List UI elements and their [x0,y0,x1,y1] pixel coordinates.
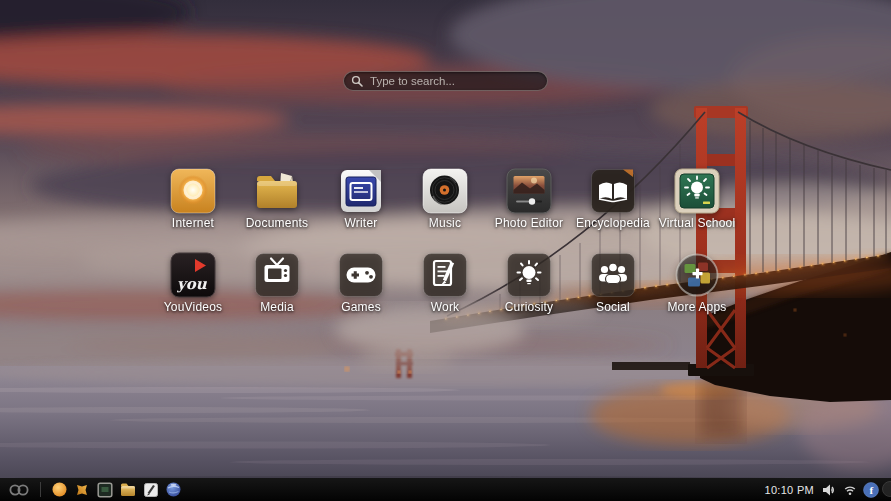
youvideos-play-icon: you [170,252,216,298]
app-curiosity[interactable]: Curiosity [487,252,571,314]
wifi-icon[interactable] [844,482,856,498]
app-documents[interactable]: Documents [235,168,319,230]
app-label: Internet [172,216,214,230]
app-label: Social [596,300,630,314]
app-writer[interactable]: Writer [319,168,403,230]
app-label: More Apps [667,300,726,314]
work-document-pencil-icon [422,252,468,298]
search-input[interactable] [343,71,548,91]
app-grid-row-2: you YouVideos Media [151,252,739,314]
app-encyclopedia[interactable]: Encyclopedia [571,168,655,230]
taskbar-right: 10:10 PM f [765,482,891,498]
app-internet[interactable]: Internet [151,168,235,230]
cropped-tray-icon [882,481,891,497]
app-media[interactable]: Media [235,252,319,314]
app-social[interactable]: Social [571,252,655,314]
taskbar-separator [40,482,41,497]
endless-logo-icon[interactable] [8,482,30,498]
app-label: Work [431,300,460,314]
app-label: Music [429,216,461,230]
app-label: Photo Editor [495,216,563,230]
folder-icon[interactable] [120,482,136,498]
internet-orb-icon [170,168,216,214]
clock: 10:10 PM [765,484,814,496]
app-photo-editor[interactable]: Photo Editor [487,168,571,230]
games-gamepad-icon [338,252,384,298]
app-virtual-school[interactable]: Virtual School [655,168,739,230]
virtual-school-lightbulb-icon [674,168,720,214]
app-label: YouVideos [164,300,223,314]
app-work[interactable]: Work [403,252,487,314]
volume-icon[interactable] [821,482,837,498]
app-games[interactable]: Games [319,252,403,314]
encyclopedia-book-icon [590,168,636,214]
app-grid-row-1: Internet Documents [151,168,739,230]
search-icon [351,75,363,87]
taskbar: 10:10 PM f [0,478,891,501]
photo-editor-icon [506,168,552,214]
dark-app-window-icon[interactable] [97,482,113,498]
svg-text:f: f [869,484,873,496]
app-youvideos[interactable]: you YouVideos [151,252,235,314]
app-label: Games [341,300,381,314]
app-more-apps[interactable]: More Apps [655,252,739,314]
search-bar [343,71,548,91]
app-music[interactable]: Music [403,168,487,230]
media-tv-icon [254,252,300,298]
app-label: Writer [345,216,378,230]
taskbar-left [0,482,182,498]
facebook-icon[interactable]: f [863,482,879,498]
writer-document-icon [338,168,384,214]
music-vinyl-icon [422,168,468,214]
curiosity-lightbulb-icon [506,252,552,298]
app-label: Curiosity [505,300,553,314]
notepad-pencil-icon[interactable] [143,482,159,498]
social-people-icon [590,252,636,298]
app-label: Virtual School [659,216,736,230]
desktop: Internet Documents [0,0,891,501]
app-label: Encyclopedia [576,216,650,230]
app-label: Media [260,300,294,314]
documents-folder-icon [254,168,300,214]
more-apps-plus-icon [674,252,720,298]
svg-text:you: you [176,275,208,293]
app-label: Documents [246,216,309,230]
globe-icon[interactable] [166,482,182,498]
orange-jack-icon[interactable] [74,482,90,498]
orange-orb-icon[interactable] [51,482,67,498]
